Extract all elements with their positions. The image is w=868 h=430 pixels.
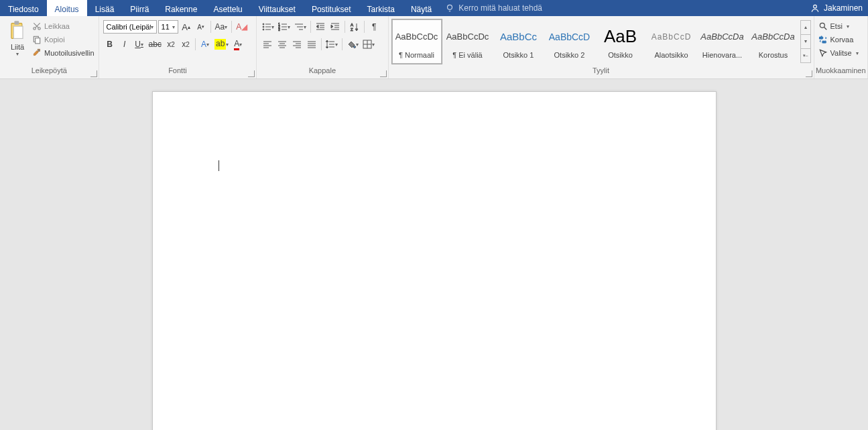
style-item-6[interactable]: AaBbCcDaHienovara...	[697, 19, 748, 64]
style-label: ¶ Ei väliä	[443, 51, 493, 59]
tab-home[interactable]: Aloitus	[47, 0, 87, 16]
italic-button[interactable]: I	[118, 38, 131, 51]
grow-font-button[interactable]: A▴	[180, 20, 193, 34]
style-item-7[interactable]: AaBbCcDaKorostus	[748, 19, 799, 64]
styles-expand[interactable]: ▾_	[801, 49, 810, 62]
tab-design[interactable]: Rakenne	[157, 0, 205, 16]
svg-rect-9	[38, 49, 40, 52]
paragraph-launcher[interactable]	[380, 70, 387, 77]
style-preview: AaBbCcD	[652, 24, 692, 50]
group-font: Calibri (Leipäteksti)▾ 11▾ A▴ A▾ Aa▾ A◢ …	[99, 16, 257, 78]
lightbulb-icon	[445, 3, 454, 13]
chevron-down-icon: ▾	[16, 51, 19, 57]
shading-button[interactable]: ▾	[345, 38, 360, 51]
font-name-combo[interactable]: Calibri (Leipäteksti)▾	[103, 20, 157, 34]
numbering-button[interactable]: 123▾	[277, 20, 292, 34]
cut-button[interactable]: Leikkaa	[32, 21, 95, 31]
style-preview: AaBbCcD	[549, 24, 590, 50]
tab-view[interactable]: Näytä	[403, 0, 440, 16]
group-clipboard: Liitä ▾ Leikkaa Kopioi Muotoilusivellin …	[0, 16, 99, 78]
show-marks-button[interactable]: ¶	[367, 20, 381, 34]
style-label: Alaotsikko	[647, 51, 696, 59]
style-label: Otsikko 1	[494, 51, 544, 59]
tab-review[interactable]: Tarkista	[359, 0, 403, 16]
svg-rect-3	[14, 21, 19, 25]
chevron-down-icon: ▾	[856, 50, 859, 56]
sort-button[interactable]: AZ	[348, 20, 361, 34]
font-color-button[interactable]: A▾	[231, 38, 245, 51]
style-item-0[interactable]: AaBbCcDc¶ Normaali	[391, 19, 442, 64]
tab-references[interactable]: Viittaukset	[251, 0, 304, 16]
bold-button[interactable]: B	[103, 38, 117, 51]
svg-text:3: 3	[278, 28, 280, 32]
tab-insert[interactable]: Lisää	[87, 0, 123, 16]
styles-scroll: ▴▾▾_	[800, 20, 811, 63]
highlight-button[interactable]: ab▾	[213, 38, 230, 51]
share-label: Jakaminen	[824, 3, 863, 13]
svg-rect-4	[13, 26, 23, 38]
svg-line-66	[824, 28, 826, 30]
format-painter-label: Muotoilusivellin	[44, 49, 95, 57]
paragraph-group-label: Kappale	[309, 66, 336, 74]
borders-button[interactable]: ▾	[361, 38, 376, 51]
tell-me-search[interactable]: Kerro mitä haluat tehdä	[440, 0, 542, 16]
replace-button[interactable]: abac Korvaa	[818, 35, 859, 44]
style-item-4[interactable]: AaBOtsikko	[595, 19, 646, 64]
paste-button[interactable]: Liitä ▾	[4, 17, 31, 57]
tab-mailings[interactable]: Postitukset	[304, 0, 359, 16]
scissors-icon	[32, 21, 42, 31]
superscript-button[interactable]: x2	[179, 38, 192, 51]
align-left-button[interactable]	[261, 38, 274, 51]
svg-point-10	[263, 23, 264, 25]
copy-label: Kopioi	[44, 36, 65, 44]
change-case-button[interactable]: Aa▾	[214, 20, 229, 34]
group-editing: Etsi▾ abac Korvaa Valitse▾ Muokkaaminen	[814, 16, 869, 78]
tab-layout[interactable]: Asettelu	[205, 0, 250, 16]
strikethrough-button[interactable]: abc	[147, 38, 163, 51]
style-item-2[interactable]: AaBbCcOtsikko 1	[493, 19, 544, 64]
align-right-button[interactable]	[290, 38, 304, 51]
style-item-1[interactable]: AaBbCcDc¶ Ei väliä	[442, 19, 493, 64]
copy-button[interactable]: Kopioi	[32, 35, 95, 44]
clear-formatting-button[interactable]: A◢	[235, 20, 249, 34]
font-launcher[interactable]	[248, 70, 255, 77]
styles-launcher[interactable]	[806, 70, 812, 77]
borders-icon	[363, 40, 372, 49]
tab-file[interactable]: Tiedosto	[0, 0, 47, 16]
line-spacing-button[interactable]: ▾	[324, 38, 339, 51]
document-page[interactable]	[152, 91, 717, 430]
paintbrush-icon	[32, 48, 42, 58]
find-button[interactable]: Etsi▾	[818, 21, 859, 31]
select-button[interactable]: Valitse▾	[818, 48, 859, 58]
multilevel-list-button[interactable]: ▾	[293, 20, 308, 34]
justify-button[interactable]	[305, 38, 318, 51]
style-preview: AaBbCcDc	[446, 24, 489, 50]
format-painter-button[interactable]: Muotoilusivellin	[32, 48, 95, 58]
increase-indent-button[interactable]	[328, 20, 342, 34]
font-size-combo[interactable]: 11▾	[158, 20, 178, 34]
font-size-value: 11	[162, 23, 170, 31]
styles-scroll-up[interactable]: ▴	[801, 21, 810, 35]
styles-scroll-down[interactable]: ▾	[801, 35, 810, 49]
svg-point-1	[814, 5, 817, 8]
multilevel-icon	[294, 22, 304, 32]
document-area[interactable]	[0, 79, 868, 430]
bullets-button[interactable]: ▾	[261, 20, 275, 34]
align-center-button[interactable]	[275, 38, 289, 51]
clipboard-launcher[interactable]	[90, 70, 97, 77]
style-item-5[interactable]: AaBbCcDAlaotsikko	[646, 19, 697, 64]
svg-text:A: A	[351, 23, 353, 27]
share-button[interactable]: Jakaminen	[805, 0, 868, 16]
shrink-font-button[interactable]: A▾	[194, 20, 208, 34]
underline-button[interactable]: U ▾	[133, 38, 146, 51]
text-effects-button[interactable]: A▾	[198, 38, 212, 51]
ribbon-tabbar: Tiedosto Aloitus Lisää Piirrä Rakenne As…	[0, 0, 868, 16]
decrease-indent-button[interactable]	[314, 20, 327, 34]
outdent-icon	[316, 22, 325, 32]
style-preview: AaB	[604, 24, 637, 50]
subscript-button[interactable]: x2	[164, 38, 178, 51]
style-item-3[interactable]: AaBbCcDOtsikko 2	[544, 19, 595, 64]
styles-group-label: Tyylit	[593, 66, 609, 74]
select-label: Valitse	[830, 49, 852, 57]
tab-draw[interactable]: Piirrä	[122, 0, 157, 16]
